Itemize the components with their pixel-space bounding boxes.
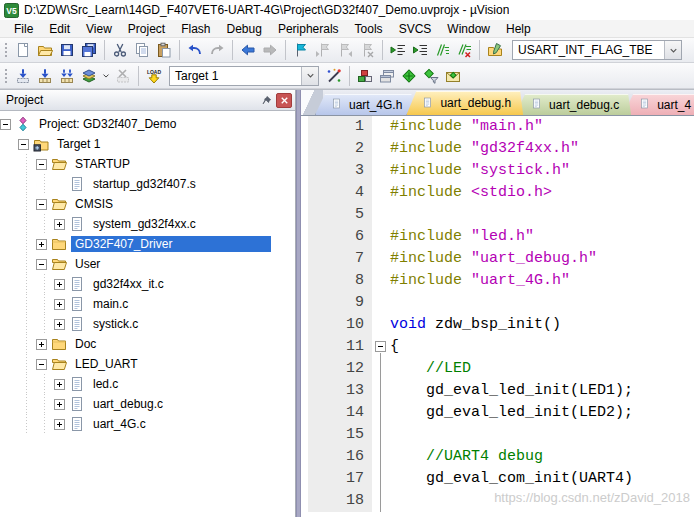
tree-item-user[interactable]: User — [0, 254, 295, 274]
menu-help[interactable]: Help — [498, 21, 539, 37]
tree-item-label[interactable]: main.c — [89, 296, 132, 312]
target-select-dropdown-button[interactable] — [301, 67, 318, 85]
fold-collapse-control[interactable] — [372, 336, 390, 358]
tree-expand-icon[interactable] — [54, 419, 65, 430]
tree-item-label[interactable]: startup_gd32f407.s — [89, 176, 200, 192]
menu-tools[interactable]: Tools — [347, 21, 391, 37]
tree-item-uart-4g-c[interactable]: uart_4G.c — [0, 414, 295, 434]
download-load-button[interactable]: LOAD — [143, 65, 165, 87]
tree-item-doc[interactable]: Doc — [0, 334, 295, 354]
tree-item-uart-debug-c[interactable]: uart_debug.c — [0, 394, 295, 414]
uncomment-selection-button[interactable] — [453, 39, 475, 61]
pack-installer-button[interactable] — [442, 65, 464, 87]
batch-build-caret-button[interactable] — [100, 65, 112, 87]
tree-item-label[interactable]: Target 1 — [53, 136, 104, 152]
tree-item-system-gd32f4xx-c[interactable]: system_gd32f4xx.c — [0, 214, 295, 234]
find-in-files-button[interactable] — [484, 39, 506, 61]
tree-item-label[interactable]: Project: GD32f407_Demo — [35, 116, 180, 132]
tree-expand-icon[interactable] — [54, 379, 65, 390]
tree-item-startup-gd32f407-s[interactable]: startup_gd32f407.s — [0, 174, 295, 194]
menu-file[interactable]: File — [6, 21, 41, 37]
paste-button[interactable] — [153, 39, 175, 61]
search-combobox[interactable]: USART_INT_FLAG_TBE — [512, 40, 682, 60]
tree-expand-icon[interactable] — [54, 299, 65, 310]
new-file-button[interactable] — [12, 39, 34, 61]
tree-expand-icon[interactable] — [54, 219, 65, 230]
menu-view[interactable]: View — [78, 21, 120, 37]
undo-button[interactable] — [184, 39, 206, 61]
target-select-combobox[interactable]: Target 1 — [169, 66, 319, 86]
tree-item-project-gd32f407-demo[interactable]: Project: GD32f407_Demo — [0, 114, 295, 134]
tree-collapse-icon[interactable] — [18, 139, 29, 150]
comment-selection-button[interactable] — [431, 39, 453, 61]
translate-file-button[interactable] — [12, 65, 34, 87]
rebuild-all-button[interactable] — [56, 65, 78, 87]
tree-collapse-icon[interactable] — [0, 119, 11, 130]
tree-item-startup[interactable]: STARTUP — [0, 154, 295, 174]
batch-build-button[interactable] — [78, 65, 100, 87]
tree-expand-icon[interactable] — [54, 279, 65, 290]
tree-item-label[interactable]: CMSIS — [71, 196, 117, 212]
cut-button[interactable] — [109, 39, 131, 61]
indent-button[interactable] — [409, 39, 431, 61]
tree-expand-icon[interactable] — [36, 239, 47, 250]
toolbar-grip[interactable] — [3, 67, 9, 85]
tree-collapse-icon[interactable] — [36, 159, 47, 170]
tree-item-label[interactable]: system_gd32f4xx.c — [89, 216, 200, 232]
tree-collapse-icon[interactable] — [36, 259, 47, 270]
tree-item-cmsis[interactable]: CMSIS — [0, 194, 295, 214]
save-button[interactable] — [56, 39, 78, 61]
manage-run-time-environment-button[interactable] — [398, 65, 420, 87]
save-all-button[interactable] — [78, 39, 100, 61]
open-file-button[interactable] — [34, 39, 56, 61]
build-button[interactable] — [34, 65, 56, 87]
search-combobox-dropdown-button[interactable] — [664, 41, 681, 59]
tree-item-label[interactable]: led.c — [89, 376, 122, 392]
menu-svcs[interactable]: SVCS — [391, 21, 440, 37]
toggle-bookmark-button[interactable] — [290, 39, 312, 61]
manage-components-button[interactable] — [354, 65, 376, 87]
tree-item-label[interactable]: systick.c — [89, 316, 142, 332]
tree-item-target-1[interactable]: Target 1 — [0, 134, 295, 154]
tab-uart-4g-h[interactable]: uart_4G.h — [315, 94, 414, 115]
tree-item-main-c[interactable]: main.c — [0, 294, 295, 314]
manage-books-button[interactable] — [376, 65, 398, 87]
tree-expand-icon[interactable] — [54, 399, 65, 410]
panel-close-button[interactable] — [276, 93, 292, 108]
tree-collapse-icon[interactable] — [36, 199, 47, 210]
tab-uart-4[interactable]: uart_4 — [623, 94, 694, 115]
tree-item-label[interactable]: STARTUP — [71, 156, 134, 172]
menu-window[interactable]: Window — [439, 21, 498, 37]
tree-collapse-icon[interactable] — [36, 359, 47, 370]
menu-peripherals[interactable]: Peripherals — [270, 21, 347, 37]
tree-item-led-c[interactable]: led.c — [0, 374, 295, 394]
tree-item-label[interactable]: User — [71, 256, 104, 272]
tree-expand-icon[interactable] — [54, 319, 65, 330]
menu-flash[interactable]: Flash — [173, 21, 218, 37]
tree-item-systick-c[interactable]: systick.c — [0, 314, 295, 334]
tree-item-gd32f407-driver[interactable]: GD32F407_Driver — [0, 234, 295, 254]
menu-edit[interactable]: Edit — [41, 21, 78, 37]
outdent-button[interactable] — [387, 39, 409, 61]
navigate-back-button[interactable] — [237, 39, 259, 61]
toolbar-grip[interactable] — [3, 41, 9, 59]
tab-uart-debug-h[interactable]: uart_debug.h — [406, 91, 523, 115]
tree-item-label[interactable]: uart_debug.c — [89, 396, 167, 412]
tree-expand-icon[interactable] — [36, 339, 47, 350]
tab-uart-debug-c[interactable]: uart_debug.c — [515, 94, 631, 115]
copy-button[interactable] — [131, 39, 153, 61]
panel-pin-button[interactable] — [258, 93, 274, 108]
tree-item-gd32f4xx-it-c[interactable]: gd32f4xx_it.c — [0, 274, 295, 294]
tree-item-label[interactable]: Doc — [71, 336, 100, 352]
tree-item-label[interactable]: gd32f4xx_it.c — [89, 276, 168, 292]
tree-item-label[interactable]: uart_4G.c — [89, 416, 150, 432]
menu-project[interactable]: Project — [120, 21, 173, 37]
select-software-packs-button[interactable] — [420, 65, 442, 87]
tree-item-led-uart[interactable]: LED_UART — [0, 354, 295, 374]
tree-item-label[interactable]: LED_UART — [71, 356, 141, 372]
menu-debug[interactable]: Debug — [219, 21, 270, 37]
code-editor[interactable]: 1#include "main.h"2#include "gd32f4xx.h"… — [301, 116, 694, 517]
fold-minus-icon[interactable] — [375, 341, 386, 352]
options-for-target-button[interactable] — [323, 65, 345, 87]
tree-item-label[interactable]: GD32F407_Driver — [71, 236, 271, 252]
